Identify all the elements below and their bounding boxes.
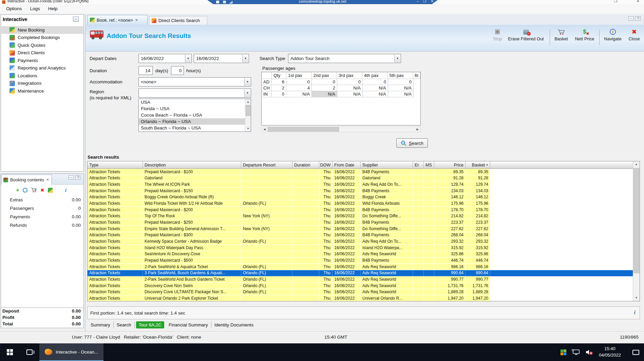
antivirus-tray-icon[interactable] xyxy=(561,349,566,355)
table-row[interactable]: Attraction TicketsIsland H2O Waterpark D… xyxy=(88,245,633,251)
table-row[interactable]: Attraction TicketsUniversal Orlando 2 Pa… xyxy=(88,295,633,301)
scroll-left-icon[interactable]: ◀ xyxy=(262,127,267,132)
table-row[interactable]: Attraction TicketsBoggy Creek Orlando Ai… xyxy=(88,194,633,201)
region-scrollbar[interactable]: ▲ ▼ xyxy=(245,99,251,132)
chevron-down-icon[interactable]: ▼ xyxy=(242,55,248,62)
basket-button[interactable]: Basket xyxy=(552,27,571,47)
info-icon[interactable]: i xyxy=(65,187,67,193)
chevron-down-icon[interactable]: ▼ xyxy=(244,78,250,86)
pax-cell[interactable]: 0 xyxy=(363,79,388,85)
bottom-tab-search[interactable]: Search xyxy=(114,322,135,328)
bottom-tab-tour-6a-2c[interactable]: Tour 6A,2C xyxy=(136,321,165,328)
booking-row-refunds[interactable]: Refunds0.00 xyxy=(1,221,83,229)
chevron-down-icon[interactable]: ▼ xyxy=(394,55,400,62)
table-row[interactable]: Attraction TicketsDiscovery Cove ULTIMAT… xyxy=(88,289,633,295)
region-option-florida-usa[interactable]: Florida ~ USA xyxy=(139,105,251,112)
bottom-tab-identity-documents[interactable]: Identity Documents xyxy=(211,322,257,328)
sidebar-item-new-booking[interactable]: New Booking xyxy=(1,26,83,34)
region-option-orlando-florida-usa[interactable]: Orlando ~ Florida ~ USA xyxy=(139,118,251,125)
quick-quote-icon[interactable] xyxy=(23,188,27,193)
table-row[interactable]: Attraction TicketsTop Of The RockNew Yor… xyxy=(88,213,633,220)
table-row[interactable]: Attraction TicketsEmpire State Building … xyxy=(88,226,633,232)
table-row[interactable]: Attraction TicketsPrepaid Mastercard - $… xyxy=(88,232,633,239)
chevron-down-icon[interactable]: ▼ xyxy=(185,55,191,62)
pax-cell[interactable]: 0 xyxy=(388,79,414,85)
scroll-up-icon[interactable]: ▲ xyxy=(633,161,640,167)
window-close-icon[interactable]: ✕ xyxy=(637,0,639,3)
move-to-basket-icon[interactable] xyxy=(31,188,37,193)
scrollbar-thumb[interactable] xyxy=(633,168,639,273)
column-header-departure-resort[interactable]: Departure Resort xyxy=(241,161,292,169)
scroll-down-icon[interactable]: ▼ xyxy=(245,126,251,132)
palm-tree-icon[interactable] xyxy=(48,188,53,193)
network-tray-icon[interactable] xyxy=(572,349,580,355)
menu-help[interactable]: Help xyxy=(44,4,62,14)
duration-days-field[interactable]: 14 xyxy=(138,66,153,75)
info-icon[interactable]: i xyxy=(634,309,636,316)
depart-date-to-field[interactable]: 16/06/2022▼ xyxy=(194,54,249,63)
duration-hours-field[interactable]: 0 xyxy=(171,66,184,75)
depart-date-from-field[interactable]: 16/06/2022▼ xyxy=(138,54,192,63)
pax-cell[interactable]: 0 xyxy=(272,91,286,97)
booking-row-payments[interactable]: Payments0.00 xyxy=(1,213,83,221)
table-row[interactable]: Attraction TicketsPrepaid Mastercard - $… xyxy=(88,169,633,175)
volume-muted-icon[interactable] xyxy=(585,349,593,355)
sidebar-item-quick-quotes[interactable]: Quick Quotes xyxy=(1,41,83,49)
passenger-ages-hscrollbar[interactable]: ◀ ▶ xyxy=(261,126,421,132)
sidebar-item-maintenance[interactable]: Maintenance xyxy=(1,87,83,95)
pax-cell[interactable]: N/A xyxy=(337,91,363,97)
pax-cell[interactable]: N/A xyxy=(286,91,312,97)
tab-close-icon[interactable]: ✕ xyxy=(135,18,138,22)
erase-filtered-out-button[interactable]: − Erase Filtered Out xyxy=(506,27,546,47)
pax-cell[interactable]: N/A xyxy=(388,91,414,97)
column-header-supplier[interactable]: Supplier xyxy=(361,161,413,169)
add-item-icon[interactable]: + xyxy=(16,187,19,194)
rdp-close-icon[interactable]: ✕ xyxy=(431,0,434,3)
tab-book-ref[interactable]: Book. ref.: <none> ✕ xyxy=(87,15,148,25)
sidebar-item-integrations[interactable]: Integrations xyxy=(1,80,83,87)
table-row[interactable]: Attraction Tickets2-Park SeaWorld And Bu… xyxy=(88,276,633,283)
scrollbar-thumb[interactable] xyxy=(268,127,339,132)
table-row[interactable]: Attraction TicketsDiscovery Cove Non Swi… xyxy=(88,283,633,289)
pax-row-header[interactable]: CH xyxy=(262,85,272,91)
pax-cell[interactable]: N/A xyxy=(388,85,414,91)
pax-cell[interactable]: 0 xyxy=(312,79,337,85)
panel-minimize-icon[interactable]: — xyxy=(69,175,74,180)
scroll-up-icon[interactable]: ▲ xyxy=(245,99,251,105)
nett-price-button[interactable]: $✖ Nett Price xyxy=(572,27,597,47)
column-header-duration[interactable]: Duration xyxy=(292,161,319,169)
table-row[interactable]: Attraction TicketsPrepaid Mastercard - $… xyxy=(88,188,633,194)
column-header-description[interactable]: Description xyxy=(143,161,241,169)
pax-cell[interactable]: N/A xyxy=(337,85,363,91)
panel-maximize-icon[interactable]: ❐ xyxy=(75,175,81,180)
pax-row-header[interactable]: AD xyxy=(262,79,272,85)
column-header-type[interactable]: Type xyxy=(88,161,143,169)
column-header-from-date[interactable]: From Date xyxy=(333,161,361,169)
delete-icon[interactable]: ✖ xyxy=(40,187,44,193)
table-row[interactable]: Attraction TicketsThe Wheel At ICON Park… xyxy=(88,181,633,188)
region-field[interactable]: ▼ xyxy=(138,88,251,98)
panel-minimize-icon[interactable]: — xyxy=(628,16,634,21)
table-row[interactable]: Attraction TicketsWild Florida Ticket Wi… xyxy=(88,200,633,207)
scrollbar-thumb[interactable] xyxy=(246,105,250,116)
panel-maximize-icon[interactable]: ❐ xyxy=(635,16,641,21)
scroll-down-icon[interactable]: ▼ xyxy=(633,295,640,301)
region-option-south-beach-florida-usa[interactable]: South Beach ~ Florida ~ USA xyxy=(139,125,251,131)
pax-cell[interactable]: 2 xyxy=(272,85,286,91)
bottom-tab-summary[interactable]: Summary xyxy=(88,322,114,328)
sidebar-collapse-button[interactable]: − xyxy=(73,17,79,22)
pax-cell[interactable]: 6 xyxy=(272,79,286,85)
table-row[interactable]: Attraction TicketsPrepaid Mastercard - $… xyxy=(88,207,633,213)
sidebar-item-reporting-and-analytics[interactable]: Reporting and Analytics xyxy=(1,64,83,72)
pax-cell[interactable]: 4 xyxy=(286,85,312,91)
start-button[interactable] xyxy=(0,343,20,361)
chevron-down-icon[interactable]: ▼ xyxy=(244,89,250,97)
column-header-dow[interactable]: DOW xyxy=(319,161,333,169)
menu-logs[interactable]: Logs xyxy=(26,4,44,14)
pax-cell[interactable]: 0 xyxy=(337,79,363,85)
table-row[interactable]: Attraction TicketsPrepaid Mastercard - $… xyxy=(88,257,633,264)
column-header-er[interactable]: Er xyxy=(413,161,424,169)
scroll-right-icon[interactable]: ▶ xyxy=(415,127,420,132)
booking-contents-close-icon[interactable]: ✕ xyxy=(46,178,49,182)
sidebar-item-payments[interactable]: Payments xyxy=(1,57,83,64)
